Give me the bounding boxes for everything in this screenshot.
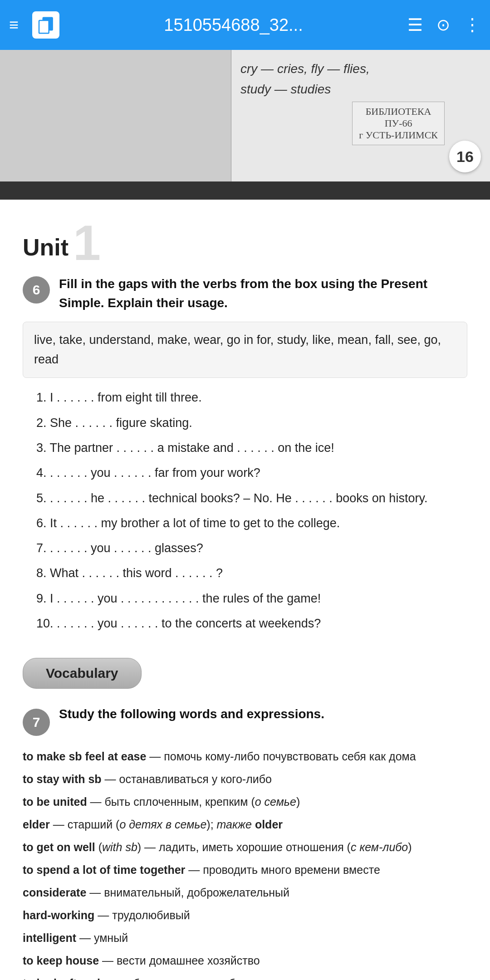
exercise6-item-9: 9. I . . . . . . you . . . . . . . . . .… (36, 587, 467, 610)
copy-icon[interactable] (32, 11, 59, 39)
copy-svg (37, 16, 55, 34)
exercise6-block: 6 Fill in the gaps with the verbs from t… (23, 274, 467, 313)
vocab-item-4: to get on well (with sb) — ладить, иметь… (23, 836, 467, 858)
list-icon[interactable]: ☰ (407, 15, 423, 35)
vocab-item-2: to be united — быть сплоченным, крепким … (23, 790, 467, 813)
page-number: 16 (449, 141, 481, 172)
camera-icon[interactable]: ⊙ (436, 15, 450, 34)
unit-number: 1 (73, 218, 101, 268)
dark-separator (0, 181, 490, 200)
exercise6-items: 1. I . . . . . . from eight till three. … (36, 386, 467, 635)
unit-label: Unit (23, 234, 69, 261)
exercise6-item-5: 5. . . . . . . he . . . . . . technical … (36, 487, 467, 510)
prev-text-line2: study — studies (240, 79, 481, 100)
more-icon[interactable]: ⋮ (464, 15, 481, 35)
top-icons: ☰ ⊙ ⋮ (407, 15, 481, 35)
exercise6-item-1: 1. I . . . . . . from eight till three. (36, 386, 467, 409)
top-bar: ≡ 1510554688_32... ☰ ⊙ ⋮ (0, 0, 490, 50)
vocabulary-list: to make sb feel at ease — помочь кому-ли… (23, 745, 467, 980)
vocab-item-10: to look after sb — заботиться о ком-либо (23, 972, 467, 980)
exercise7-section: 7 Study the following words and expressi… (23, 707, 467, 980)
vocab-item-5: to spend a lot of time together — провод… (23, 858, 467, 881)
exercise6-number: 6 (23, 276, 50, 304)
exercise7-number: 7 (23, 709, 50, 736)
vocab-item-9: to keep house — вести домашнее хозяйство (23, 949, 467, 972)
exercise7-block: 7 Study the following words and expressi… (23, 707, 467, 736)
svg-rect-1 (39, 20, 49, 33)
library-line3: г УСТЬ-ИЛИМСК (359, 129, 438, 141)
unit-heading: Unit 1 (23, 218, 467, 261)
word-box: live, take, understand, make, wear, go i… (23, 322, 467, 378)
library-line2: ПУ-66 (359, 118, 438, 129)
prev-text-line1: cry — cries, fly — flies, (240, 59, 481, 79)
exercise6-item-3: 3. The partner . . . . . . a mistake and… (36, 436, 467, 460)
exercise6-item-7: 7. . . . . . . you . . . . . . glasses? (36, 537, 467, 560)
exercise6-instruction: Fill in the gaps with the verbs from the… (59, 274, 467, 313)
library-line1: БИБЛИОТЕКА (359, 106, 438, 118)
document-title: 1510554688_32... (69, 15, 398, 35)
prev-page-snippet: cry — cries, fly — flies, study — studie… (0, 50, 490, 181)
vocab-item-6: considerate — внимательный, доброжелател… (23, 881, 467, 904)
vocab-item-3: elder — старший (о детях в семье); также… (23, 813, 467, 836)
exercise7-instruction: Study the following words and expression… (59, 707, 324, 721)
exercise6-item-10: 10. . . . . . . you . . . . . . to the c… (36, 612, 467, 635)
menu-icon[interactable]: ≡ (9, 15, 19, 34)
exercise6-item-6: 6. It . . . . . . my brother a lot of ti… (36, 512, 467, 535)
vocab-item-0: to make sb feel at ease — помочь кому-ли… (23, 745, 467, 768)
prev-page-left (0, 50, 231, 181)
exercise6-item-4: 4. . . . . . . you . . . . . . far from … (36, 461, 467, 485)
exercise6-item-2: 2. She . . . . . . figure skating. (36, 412, 467, 435)
vocab-item-7: hard-working — трудолюбивый (23, 904, 467, 926)
vocab-item-8: intelligent — умный (23, 926, 467, 949)
vocab-item-1: to stay with sb — останавливаться у кого… (23, 768, 467, 790)
library-stamp: БИБЛИОТЕКА ПУ-66 г УСТЬ-ИЛИМСК (352, 102, 445, 145)
vocabulary-button[interactable]: Vocabulary (23, 658, 142, 689)
exercise6-item-8: 8. What . . . . . . this word . . . . . … (36, 562, 467, 585)
page-content: Unit 1 6 Fill in the gaps with the verbs… (0, 200, 490, 980)
